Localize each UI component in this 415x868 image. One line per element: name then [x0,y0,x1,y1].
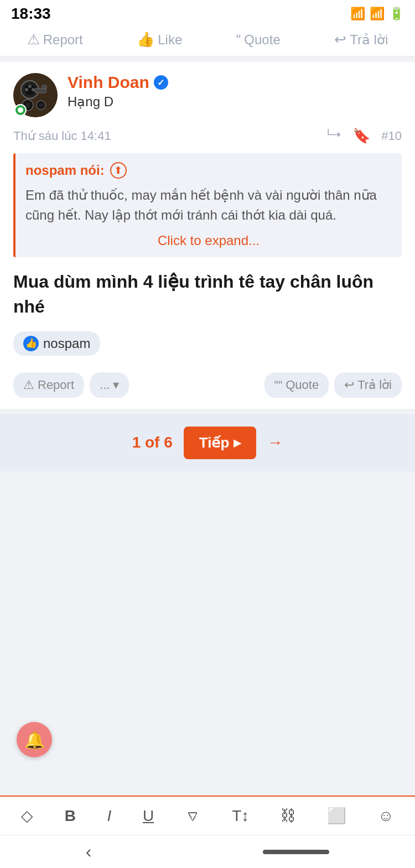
quote-button-top[interactable]: “ Quote [236,31,281,48]
report-button[interactable]: ⚠ Report [13,372,84,398]
page-of: of [145,434,164,451]
eraser-tool[interactable]: ◇ [21,807,33,825]
next-page-icon: ▸ [234,434,241,451]
svg-rect-7 [42,85,46,89]
image-tool[interactable]: ⬜ [327,807,346,825]
quote-label: Quote [286,378,319,392]
thumbsup-icon: 👍 [23,336,39,351]
report-button-top[interactable]: ⚠ Report [27,31,83,48]
page-current: 1 [132,434,141,451]
bookmark-icon[interactable]: 🔖 [352,127,370,144]
battery-icon: 🔋 [389,7,404,21]
post-meta-row: Thứ sáu lúc 14:41 ⮡ 🔖 #10 [13,125,402,144]
quote-icon-top: “ [236,31,241,48]
emoji-tool[interactable]: ☺ [378,807,394,825]
chevron-down-icon: ▾ [113,378,119,392]
editor-toolbar: ◇ B I U 🜄 T↕ ⛓ ⬜ ☺ [0,796,415,835]
reply-button[interactable]: ↩ Trả lời [334,372,402,398]
quote-block: nospam nói: ⬆ Em đã thử thuốc, may mắn h… [13,153,402,257]
page-info: 1 of 6 [132,434,173,451]
status-bar: 18:33 📶 📶 🔋 [0,0,415,25]
bottom-nav: ‹ [0,835,415,868]
svg-point-11 [39,103,43,107]
svg-point-3 [25,88,28,91]
like-label-top: Like [158,32,182,48]
user-rank: Hạng D [68,94,402,110]
user-info-row: Vinh Doan ✓ Hạng D [13,73,402,117]
next-page-button[interactable]: Tiếp ▸ [184,427,257,459]
page-arrow-right[interactable]: → [267,434,283,451]
reaction-user: nospam [43,336,90,351]
quote-author: nospam nói: [25,163,105,178]
reaction-chip[interactable]: 👍 nospam [13,331,100,356]
more-label: ... [100,378,110,392]
post-time: Thứ sáu lúc 14:41 [13,129,111,143]
quote-arrow-icon: ⬆ [110,162,127,179]
link-tool[interactable]: ⛓ [281,807,296,825]
reply-icon-top: ↩ [334,31,346,48]
svg-rect-6 [34,89,46,93]
like-button-top[interactable]: 👍 Like [137,31,182,48]
report-label: Report [38,378,74,392]
avatar-wrapper [13,73,58,117]
quote-text: Em đã thử thuốc, may mắn hết bệnh và vài… [25,185,392,225]
reply-label-top: Trả lời [350,32,388,48]
post-container: Vinh Doan ✓ Hạng D Thứ sáu lúc 14:41 ⮡ 🔖… [0,62,415,409]
username-row: Vinh Doan ✓ [68,73,402,92]
notification-fab[interactable]: 🔔 [17,722,52,757]
page-total: 6 [164,434,173,451]
bold-tool[interactable]: B [65,807,76,825]
notification-icon: 🔔 [24,730,45,750]
reply-label: Trả lời [357,378,392,392]
quote-button[interactable]: ““ Quote [264,372,329,398]
click-expand-button[interactable]: Click to expand... [25,233,392,248]
post-bottom-actions: ⚠ Report ... ▾ ““ Quote ↩ Trả lời [13,367,402,398]
underline-tool[interactable]: U [143,807,154,825]
reply-button-top[interactable]: ↩ Trả lời [334,31,388,48]
top-action-bar: ⚠ Report 👍 Like “ Quote ↩ Trả lời [0,25,415,56]
quote-label-top: Quote [244,32,280,48]
font-size-tool[interactable]: T↕ [232,807,249,825]
svg-point-5 [28,85,32,88]
post-actions-right: ⮡ 🔖 #10 [327,127,402,144]
report-label-top: Report [43,32,83,48]
reply-icon: ↩ [344,378,354,392]
next-page-label: Tiếp [199,434,230,451]
reaction-row: 👍 nospam [13,331,402,356]
wifi-icon: 📶 [350,7,365,21]
signal-icon: 📶 [370,7,385,21]
quote-icon: ““ [274,378,283,392]
color-tool[interactable]: 🜄 [185,807,201,825]
verified-badge: ✓ [154,75,168,90]
back-button[interactable]: ‹ [86,841,92,862]
pagination-bar: 1 of 6 Tiếp ▸ → [0,414,415,471]
status-time: 18:33 [11,5,51,23]
share-icon[interactable]: ⮡ [327,127,341,144]
user-text: Vinh Doan ✓ Hạng D [68,73,402,110]
post-number: #10 [381,129,402,143]
report-icon-top: ⚠ [27,31,40,48]
italic-tool[interactable]: I [107,807,112,825]
more-button[interactable]: ... ▾ [90,372,129,398]
post-body: Mua dùm mình 4 liệu trình tê tay chân lu… [13,269,402,319]
online-badge [14,104,27,116]
home-indicator [263,850,329,854]
status-icons: 📶 📶 🔋 [350,7,404,21]
like-icon-top: 👍 [137,31,154,48]
quote-header: nospam nói: ⬆ [25,162,392,179]
report-icon: ⚠ [23,378,34,392]
username[interactable]: Vinh Doan [68,73,149,92]
